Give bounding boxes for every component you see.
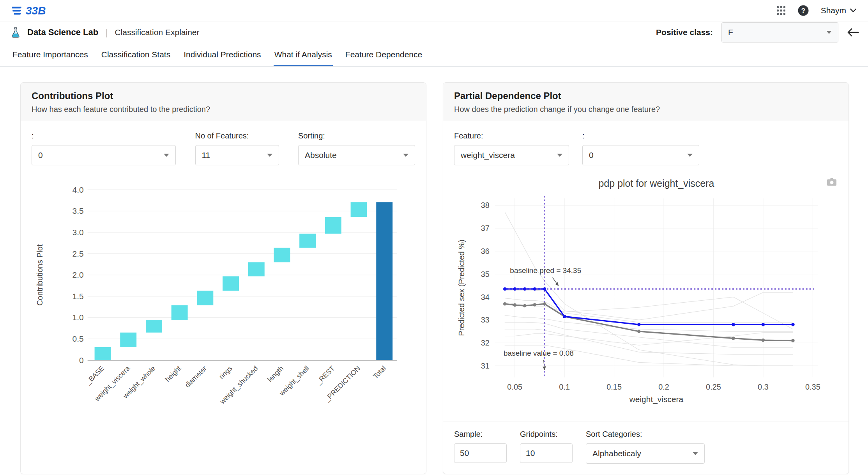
feature-value: weight_viscera	[461, 151, 515, 160]
index-select[interactable]: 0	[32, 145, 176, 165]
svg-text:Predicted sex (Predicted %): Predicted sex (Predicted %)	[457, 239, 466, 336]
sample-label: Sample:	[454, 430, 507, 439]
positive-class-select[interactable]: F	[721, 22, 838, 43]
tab-bar: Feature Importances Classification Stats…	[0, 43, 868, 67]
svg-text:3.0: 3.0	[72, 228, 84, 237]
pdp-card: Partial Dependence Plot How does the pre…	[443, 82, 849, 474]
top-bar-right: ? Shaym	[776, 5, 856, 16]
svg-text:baseline pred = 34.35: baseline pred = 34.35	[510, 266, 581, 275]
sort-categories-select[interactable]: Alphabeticaly	[586, 443, 705, 464]
contributions-chart-wrap: 00.51.01.52.02.53.03.54.0_BASEweight_vis…	[32, 179, 415, 436]
svg-text:pdp plot for weight_viscera: pdp plot for weight_viscera	[599, 178, 714, 189]
svg-text:3.5: 3.5	[72, 206, 84, 215]
svg-text:38: 38	[481, 201, 490, 209]
tab-what-if-analysis[interactable]: What if Analysis	[274, 43, 333, 66]
tab-individual-predictions[interactable]: Individual Predictions	[183, 43, 262, 66]
pdp-index-value: 0	[589, 151, 594, 160]
svg-text:36: 36	[481, 247, 490, 255]
num-features-select[interactable]: 11	[195, 145, 279, 165]
pdp-card-header: Partial Dependence Plot How does the pre…	[443, 83, 849, 121]
svg-text:0.1: 0.1	[559, 383, 570, 391]
sample-input[interactable]	[454, 443, 507, 463]
svg-text:length: length	[266, 364, 285, 383]
svg-text:weight_viscera: weight_viscera	[629, 395, 684, 404]
sorting-label: Sorting:	[298, 131, 415, 140]
pdp-index-label: :	[582, 131, 699, 140]
num-features-value: 11	[202, 151, 210, 160]
app-logo-icon: 33B	[12, 4, 52, 18]
svg-text:31: 31	[481, 362, 490, 370]
pdp-index-select[interactable]: 0	[582, 145, 699, 165]
svg-text:0.25: 0.25	[706, 383, 721, 391]
sorting-select[interactable]: Absolute	[298, 145, 415, 165]
gridpoints-label: Gridpoints:	[520, 430, 573, 439]
svg-text:diameter: diameter	[184, 364, 209, 389]
sort-categories-label: Sort Categories:	[586, 430, 705, 439]
svg-text:_BASE: _BASE	[84, 364, 106, 386]
feature-select[interactable]: weight_viscera	[454, 145, 569, 165]
svg-text:0.15: 0.15	[606, 383, 622, 391]
svg-text:?: ?	[801, 7, 805, 14]
tab-classification-stats[interactable]: Classification Stats	[101, 43, 171, 66]
pdp-line-chart[interactable]: pdp plot for weight_viscera0.050.10.150.…	[454, 175, 838, 409]
flask-icon	[9, 26, 22, 39]
svg-text:0.3: 0.3	[758, 383, 769, 391]
dropdown-caret-icon	[557, 154, 562, 157]
app-title: Data Science Lab	[27, 27, 98, 37]
svg-text:0.2: 0.2	[658, 383, 669, 391]
tab-feature-importances[interactable]: Feature Importances	[12, 43, 89, 66]
svg-text:34: 34	[481, 293, 490, 301]
svg-text:1.5: 1.5	[72, 292, 84, 301]
contributions-subtitle: How has each feature contributed to the …	[32, 105, 415, 114]
svg-text:0.05: 0.05	[507, 383, 522, 391]
page: 33B ? Shaym	[0, 0, 868, 475]
svg-text:35: 35	[481, 270, 490, 278]
contributions-title: Contributions Plot	[32, 90, 415, 101]
svg-text:33: 33	[481, 315, 490, 324]
svg-text:2.0: 2.0	[72, 270, 84, 279]
app-logo[interactable]: 33B	[12, 4, 52, 18]
index-label: :	[32, 131, 176, 140]
contributions-waterfall-chart[interactable]: 00.51.01.52.02.53.03.54.0_BASEweight_vis…	[32, 179, 415, 435]
pdp-chart-wrap: pdp plot for weight_viscera0.050.10.150.…	[454, 175, 838, 410]
contributions-card-header: Contributions Plot How has each feature …	[21, 83, 426, 121]
svg-text:height: height	[164, 364, 183, 383]
dropdown-caret-icon	[687, 154, 693, 157]
svg-text:0.35: 0.35	[805, 383, 820, 391]
title-separator: |	[105, 27, 108, 38]
help-icon[interactable]: ?	[797, 5, 809, 16]
feature-label: Feature:	[454, 131, 569, 140]
dropdown-caret-icon	[693, 452, 698, 455]
svg-text:4.0: 4.0	[72, 185, 84, 194]
pdp-footer-controls: Sample: Gridpoints: Sort Categories: Alp…	[443, 422, 849, 474]
svg-text:Total: Total	[371, 364, 387, 380]
sort-categories-value: Alphabeticaly	[592, 449, 641, 458]
index-value: 0	[38, 151, 43, 160]
positive-class-label: Positive class:	[656, 28, 713, 37]
app-logo-text: 33B	[26, 5, 46, 17]
apps-grid-icon[interactable]	[776, 6, 786, 15]
svg-text:0: 0	[79, 356, 84, 365]
user-menu[interactable]: Shaym	[821, 6, 856, 15]
camera-icon[interactable]	[827, 178, 837, 188]
svg-text:_REST: _REST	[315, 364, 336, 386]
user-name: Shaym	[821, 6, 846, 15]
pdp-title: Partial Dependence Plot	[454, 90, 838, 101]
dropdown-caret-icon	[164, 154, 169, 157]
back-arrow-icon[interactable]	[847, 28, 859, 37]
contributions-card: Contributions Plot How has each feature …	[20, 82, 426, 474]
svg-text:baseline value = 0.08: baseline value = 0.08	[504, 349, 574, 357]
svg-text:2.5: 2.5	[72, 249, 84, 258]
svg-text:Contributions Plot: Contributions Plot	[35, 244, 44, 306]
top-bar: 33B ? Shaym	[0, 0, 868, 21]
dropdown-caret-icon	[826, 31, 832, 34]
gridpoints-input[interactable]	[520, 443, 573, 463]
contributions-controls: : 0 No of Features: 11	[32, 131, 415, 165]
page-title: Classification Explainer	[115, 28, 199, 37]
tab-feature-dependence[interactable]: Feature Dependence	[345, 43, 423, 66]
positive-class-value: F	[728, 28, 733, 37]
svg-text:1.0: 1.0	[72, 313, 84, 322]
main-content: Contributions Plot How has each feature …	[0, 67, 868, 475]
dropdown-caret-icon	[403, 154, 408, 157]
pdp-subtitle: How does the prediction change if you ch…	[454, 105, 838, 114]
